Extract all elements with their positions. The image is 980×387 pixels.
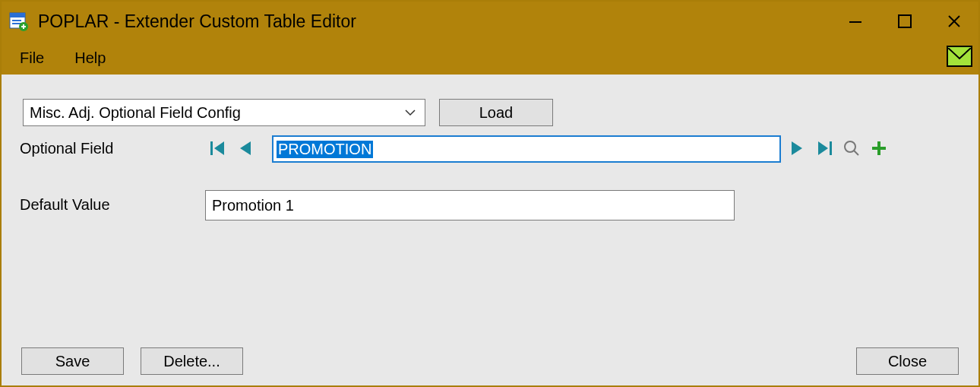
optional-field-input[interactable]: PROMOTION xyxy=(272,135,781,163)
svg-line-18 xyxy=(854,151,858,155)
svg-rect-20 xyxy=(872,147,886,150)
close-footer-label: Close xyxy=(888,353,927,370)
load-button-label: Load xyxy=(479,104,514,122)
last-record-button[interactable] xyxy=(816,137,833,160)
mail-icon[interactable] xyxy=(947,46,972,67)
close-button[interactable] xyxy=(929,2,978,41)
svg-point-17 xyxy=(845,141,855,152)
search-icon[interactable] xyxy=(843,137,860,160)
svg-rect-16 xyxy=(830,141,832,155)
menu-file[interactable]: File xyxy=(15,48,49,68)
svg-marker-12 xyxy=(214,141,224,155)
default-value-input[interactable]: Promotion 1 xyxy=(205,190,735,220)
title-bar: POPLAR - Extender Custom Table Editor xyxy=(2,2,978,41)
save-button-label: Save xyxy=(55,353,90,370)
footer-bar: Save Delete... Close xyxy=(2,337,978,385)
svg-marker-15 xyxy=(818,141,828,155)
delete-button-label: Delete... xyxy=(163,353,220,370)
previous-record-button[interactable] xyxy=(237,137,254,160)
app-window: POPLAR - Extender Custom Table Editor Fi… xyxy=(0,0,980,387)
svg-rect-2 xyxy=(12,20,21,21)
load-button[interactable]: Load xyxy=(439,99,553,126)
table-selector-value: Misc. Adj. Optional Field Config xyxy=(30,104,241,122)
svg-rect-1 xyxy=(10,13,25,17)
window-title: POPLAR - Extender Custom Table Editor xyxy=(38,11,356,32)
first-record-button[interactable] xyxy=(210,137,226,160)
minimize-button[interactable] xyxy=(830,2,880,41)
menu-bar: File Help xyxy=(2,41,978,75)
svg-rect-7 xyxy=(849,21,861,23)
svg-rect-11 xyxy=(210,141,213,155)
default-value-label: Default Value xyxy=(20,196,110,214)
next-record-button[interactable] xyxy=(789,137,805,160)
svg-marker-13 xyxy=(240,141,251,155)
default-value-text: Promotion 1 xyxy=(212,197,294,214)
maximize-button[interactable] xyxy=(880,2,929,41)
menu-help[interactable]: Help xyxy=(70,48,110,68)
table-selector-combo[interactable]: Misc. Adj. Optional Field Config xyxy=(23,99,425,126)
save-button[interactable]: Save xyxy=(21,347,124,375)
optional-field-value: PROMOTION xyxy=(277,141,373,158)
svg-rect-8 xyxy=(899,15,911,27)
add-icon[interactable] xyxy=(871,137,887,160)
svg-marker-14 xyxy=(792,141,802,155)
optional-field-label: Optional Field xyxy=(20,140,113,157)
chevron-down-icon xyxy=(403,106,417,123)
client-area: Misc. Adj. Optional Field Config Load Op… xyxy=(2,75,978,385)
app-icon xyxy=(8,11,29,32)
svg-rect-6 xyxy=(21,26,26,27)
close-footer-button[interactable]: Close xyxy=(856,347,959,375)
delete-button[interactable]: Delete... xyxy=(141,347,243,375)
